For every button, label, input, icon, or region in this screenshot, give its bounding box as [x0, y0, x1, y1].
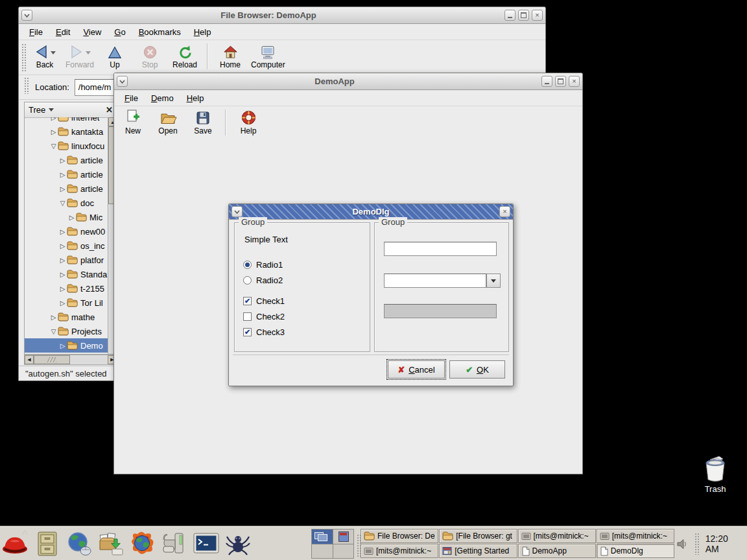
file-cabinet-launcher[interactable]: [33, 530, 62, 558]
menu-fb-bookmarks[interactable]: Bookmarks: [132, 26, 187, 38]
toolbar-drag-handle[interactable]: [24, 77, 29, 94]
tree-item-demo[interactable]: ▷Demo: [25, 338, 108, 353]
tree-item-standa[interactable]: ▷Standa: [25, 267, 108, 281]
window-menu-button[interactable]: [231, 206, 243, 217]
collapsed-triangle-icon[interactable]: ▷: [58, 285, 67, 292]
tree-item-t-2155[interactable]: ▷t-2155: [25, 281, 108, 296]
ok-button[interactable]: ✔OK: [449, 360, 505, 379]
file-browser-titlebar[interactable]: File Browser: DemoApp ×: [19, 7, 545, 24]
workspace-4[interactable]: [333, 544, 354, 559]
minimize-button[interactable]: [504, 10, 516, 21]
collapsed-triangle-icon[interactable]: ▷: [49, 128, 58, 135]
taskbar-window-button[interactable]: DemoApp: [518, 544, 596, 558]
tray-drag-handle[interactable]: [694, 533, 699, 555]
check3-checkbox[interactable]: ✔Check3: [243, 327, 285, 337]
close-button[interactable]: ×: [569, 76, 580, 87]
new-button[interactable]: New: [115, 108, 150, 136]
save-button[interactable]: Save: [185, 108, 220, 136]
up-button[interactable]: Up: [97, 41, 132, 70]
menu-da-file[interactable]: File: [118, 92, 145, 104]
home-button[interactable]: Home: [213, 41, 248, 70]
cancel-button[interactable]: ✘Cancel: [388, 360, 445, 379]
speaker-volume-icon[interactable]: [677, 539, 688, 550]
collapsed-triangle-icon[interactable]: ▷: [58, 171, 67, 178]
terminal-launcher[interactable]: [192, 530, 220, 558]
taskbar-window-button[interactable]: File Browser: De: [361, 529, 438, 543]
expanded-triangle-icon[interactable]: ▽: [49, 328, 58, 335]
sidebar-close-icon[interactable]: ✕: [106, 105, 113, 115]
tree-item-tor-lil[interactable]: ▷Tor Lil: [25, 296, 108, 310]
combo-dropdown-button[interactable]: [486, 274, 501, 288]
demodlg-titlebar[interactable]: DemoDlg ×: [229, 204, 513, 220]
combo-entry[interactable]: [384, 274, 486, 288]
expanded-triangle-icon[interactable]: ▽: [49, 143, 58, 150]
radio-unselected-icon[interactable]: [243, 276, 252, 285]
window-menu-button[interactable]: [21, 10, 32, 21]
check1-checkbox[interactable]: ✔Check1: [243, 296, 285, 306]
check2-checkbox[interactable]: Check2: [243, 311, 285, 321]
taskbar-window-button[interactable]: [Getting Started: [439, 544, 517, 558]
open-button[interactable]: Open: [150, 108, 185, 136]
tree-item-mic[interactable]: ▷Mic: [25, 210, 108, 224]
menu-fb-edit[interactable]: Edit: [49, 26, 77, 38]
scroll-left-button[interactable]: ◀: [25, 355, 34, 364]
collapsed-triangle-icon[interactable]: ▷: [49, 117, 58, 121]
taskbar-window-button[interactable]: [mits@mitnick:~: [518, 529, 596, 543]
dropdown-arrow-icon[interactable]: [86, 51, 91, 54]
close-button[interactable]: ×: [532, 10, 543, 21]
maximize-button[interactable]: [518, 10, 529, 21]
menu-da-help[interactable]: Help: [180, 92, 211, 104]
collapsed-triangle-icon[interactable]: ▷: [58, 242, 67, 250]
collapsed-triangle-icon[interactable]: ▷: [67, 214, 76, 221]
tree-item-article[interactable]: ▷article: [25, 167, 108, 181]
menu-fb-go[interactable]: Go: [108, 26, 132, 38]
tree-item-new00[interactable]: ▷new00: [25, 224, 108, 239]
collapsed-triangle-icon[interactable]: ▷: [58, 228, 67, 235]
collapsed-triangle-icon[interactable]: ▷: [58, 257, 67, 264]
expanded-triangle-icon[interactable]: ▽: [58, 200, 67, 207]
taskbar-window-button[interactable]: [mits@mitnick:~: [597, 529, 674, 543]
menu-fb-file[interactable]: File: [23, 26, 49, 38]
help-button[interactable]: Help: [231, 108, 266, 136]
taskbar-window-button[interactable]: [File Browser: gt: [439, 529, 517, 543]
taskbar-window-button[interactable]: [mits@mitnick:~: [361, 544, 438, 558]
back-button[interactable]: Back: [27, 41, 62, 70]
menu-fb-help[interactable]: Help: [187, 26, 218, 38]
hardware-device-launcher[interactable]: [160, 530, 189, 558]
taskbar-window-button[interactable]: DemoDlg: [597, 544, 674, 558]
collapsed-triangle-icon[interactable]: ▷: [58, 271, 67, 278]
mozilla-web-browser-launcher[interactable]: [128, 530, 157, 558]
checkbox-checked-icon[interactable]: ✔: [243, 328, 252, 336]
spider-launcher[interactable]: [224, 530, 252, 558]
collapsed-triangle-icon[interactable]: ▷: [58, 299, 67, 307]
workspace-1-active[interactable]: [312, 530, 333, 544]
package-manager-launcher[interactable]: [97, 530, 125, 558]
collapsed-triangle-icon[interactable]: ▷: [58, 157, 67, 164]
radio2-radio[interactable]: Radio2: [243, 275, 283, 285]
red-hat-menu-launcher[interactable]: [1, 530, 30, 558]
checkbox-unchecked-icon[interactable]: [243, 312, 252, 321]
window-menu-button[interactable]: [117, 76, 128, 87]
scrollbar-thumb[interactable]: [34, 355, 70, 364]
checkbox-checked-icon[interactable]: ✔: [243, 297, 252, 305]
tree-item-projects[interactable]: ▽Projects: [25, 324, 108, 338]
web-browser-launcher[interactable]: [65, 530, 93, 558]
tree-item-doc[interactable]: ▽doc: [25, 196, 108, 210]
tree-item-kantakta[interactable]: ▷kantakta: [25, 124, 108, 139]
tree-item-mathe[interactable]: ▷mathe: [25, 310, 108, 324]
computer-button[interactable]: Computer: [248, 41, 289, 70]
collapsed-triangle-icon[interactable]: ▷: [49, 314, 58, 321]
menu-fb-view[interactable]: View: [77, 26, 108, 38]
workspace-2[interactable]: [333, 530, 354, 544]
workspace-3[interactable]: [312, 544, 333, 559]
close-button[interactable]: ×: [499, 206, 510, 217]
radio1-radio[interactable]: Radio1: [243, 259, 283, 270]
tree-item-os-inc[interactable]: ▷os_inc: [25, 239, 108, 253]
tree-item-article[interactable]: ▷article: [25, 181, 108, 196]
toolbar-drag-handle[interactable]: [21, 43, 26, 72]
radio-selected-icon[interactable]: [243, 261, 252, 269]
trash-desktop-icon[interactable]: Trash: [696, 455, 734, 494]
tree-item-platfor[interactable]: ▷platfor: [25, 253, 108, 267]
tree-item-article[interactable]: ▷article: [25, 153, 108, 167]
tree-item-internet[interactable]: ▷internet: [25, 117, 108, 124]
